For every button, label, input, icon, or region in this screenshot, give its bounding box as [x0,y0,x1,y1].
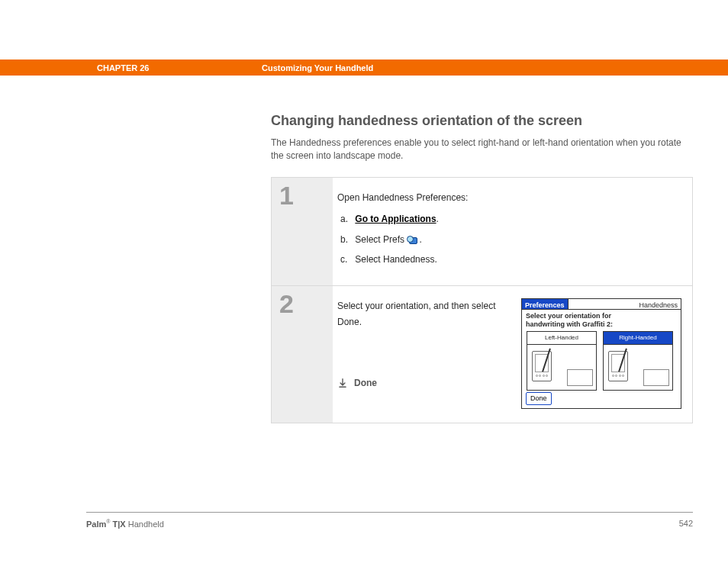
mock-options: Left-Handed Right-Handed [522,329,681,393]
step-1-lead: Open Handedness Preferences: [337,190,681,205]
footer-page-number: 542 [679,519,693,529]
main-content: Changing handedness orientation of the s… [271,113,693,423]
prefs-icon [407,236,419,245]
chapter-header-bar: CHAPTER 26 Customizing Your Handheld [0,60,728,76]
section-title: Changing handedness orientation of the s… [271,113,693,129]
footer-brand-rest: Handheld [126,520,164,529]
mock-option-right: Right-Handed [603,331,673,391]
step-1b: b. Select Prefs . [340,232,681,247]
mock-right-image [603,345,673,391]
mock-right-label: Right-Handed [603,331,673,345]
steps-container: 1 Open Handedness Preferences: a. Go to … [271,177,693,424]
mock-title-handedness: Handedness [569,299,681,309]
step-1c-letter: c. [340,252,353,267]
footer-brand-bold: Palm [86,520,106,529]
done-indicator: Done [337,375,511,391]
step-1a: a. Go to Applications. [340,211,681,227]
handedness-screenshot: Preferences Handedness Select your orien… [521,298,681,409]
step-1c: c. Select Handedness. [340,252,681,267]
mock-left-label: Left-Handed [527,331,597,345]
step-1a-period: . [436,214,439,224]
mock-msg-l1: Select your orientation for [526,312,611,320]
chapter-label: CHAPTER 26 [86,63,262,72]
mock-left-image [527,345,597,391]
footer-brand-model: T|X [110,520,125,529]
step-1b-letter: b. [340,232,353,247]
step-2-text: Select your orientation, and then select… [337,298,511,330]
step-2: 2 Select your orientation, and then sele… [272,285,692,423]
done-label: Done [354,375,377,391]
mock-message: Select your orientation for handwriting … [522,310,681,329]
step-1a-letter: a. [340,211,353,227]
step-1-number: 1 [272,178,333,286]
step-1b-period: . [419,234,421,245]
arrow-down-icon [337,378,348,388]
mock-titlebar: Preferences Handedness [522,299,681,310]
page-footer: Palm® T|X Handheld 542 [86,519,693,529]
step-1: 1 Open Handedness Preferences: a. Go to … [272,178,692,286]
mock-option-left: Left-Handed [527,331,597,391]
chapter-header-content: CHAPTER 26 Customizing Your Handheld [86,60,693,76]
section-intro: The Handedness preferences enable you to… [271,137,693,163]
footer-brand: Palm® T|X Handheld [86,519,164,529]
step-1b-text: Select Prefs [355,234,407,245]
chapter-breadcrumb: Customizing Your Handheld [262,63,373,72]
step-2-number: 2 [272,286,333,423]
step-1-body: Open Handedness Preferences: a. Go to Ap… [333,178,692,286]
step-2-body: Select your orientation, and then select… [333,286,692,423]
mock-msg-l2: handwriting with Graffiti 2: [526,320,613,328]
mock-title-preferences: Preferences [522,299,569,309]
footer-rule [86,512,693,513]
step-1c-text: Select Handedness. [355,254,436,265]
mock-done-button: Done [526,392,552,405]
go-to-applications-link[interactable]: Go to Applications [355,214,436,224]
